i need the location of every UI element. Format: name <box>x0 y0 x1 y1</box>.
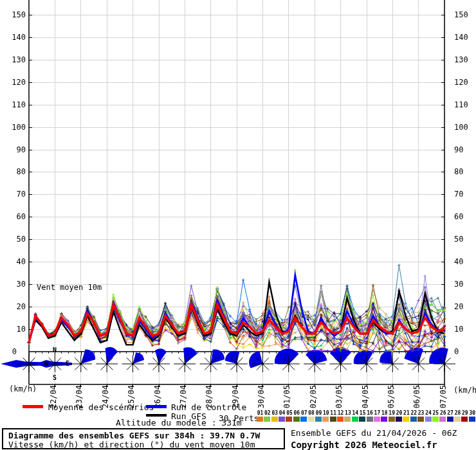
y-axis-label: 30 <box>0 280 26 289</box>
copyright-label: Copyright 2026 Meteociel.fr <box>291 440 437 450</box>
y-axis-label: 60 <box>454 213 476 221</box>
pert-color-swatch <box>367 417 373 422</box>
y-axis-label: 80 <box>454 168 476 176</box>
pert-color-swatch <box>417 417 424 422</box>
pert-color-swatch <box>271 417 278 422</box>
pert-color-swatch <box>352 417 358 422</box>
pert-number-label: 04 <box>279 410 286 416</box>
x-axis-date-label: 07/05 <box>439 385 448 408</box>
y-axis-label: 90 <box>0 146 26 154</box>
pert-color-swatch <box>389 417 395 422</box>
pert-number-label: 20 <box>396 410 403 416</box>
pert-color-swatch <box>396 417 402 422</box>
pert-color-swatch <box>447 417 453 422</box>
pert-number-label: 17 <box>373 410 381 416</box>
legend-label-mean: Moyenne des scénarios <box>48 403 154 412</box>
pert-color-swatch <box>293 417 300 422</box>
y-axis-label: 140 <box>0 33 26 42</box>
run-info-label: Ensemble GEFS du 21/04/2026 - 06Z <box>291 428 457 438</box>
x-axis-date-label: 30/04 <box>257 385 266 408</box>
pert-number-label: 12 <box>337 410 345 416</box>
y-axis-unit-left: (km/h) <box>9 384 37 393</box>
pert-number-label: 26 <box>439 410 447 416</box>
y-axis-label: 80 <box>0 168 26 176</box>
compass-west-label: W <box>44 361 48 367</box>
y-axis-label: 140 <box>454 33 476 42</box>
pert-color-swatch <box>454 417 461 422</box>
pert-number-label: 16 <box>366 410 374 416</box>
x-axis-date-label: 02/05 <box>309 385 318 408</box>
pert-color-swatch <box>432 417 439 422</box>
chart-title-line1: Diagramme des ensembles GEFS sur 384h : … <box>8 431 260 440</box>
pert-color-swatch <box>264 417 270 422</box>
pert-color-swatch <box>359 417 365 422</box>
y-axis-label: 150 <box>454 11 476 19</box>
compass-east-label: E <box>66 361 69 367</box>
x-axis-date-label: 03/05 <box>334 385 343 408</box>
chart-title-line2: Vitesse (km/h) et direction (°) du vent … <box>8 440 255 449</box>
legend-swatch-gfs <box>146 414 167 417</box>
y-axis-label: 130 <box>0 56 26 64</box>
pert-number-label: 29 <box>461 410 469 416</box>
compass-south-label: S <box>53 375 57 381</box>
y-axis-label: 100 <box>0 123 26 132</box>
y-axis-label: 70 <box>454 190 476 199</box>
y-axis-label: 10 <box>0 325 26 334</box>
pert-number-label: 10 <box>322 410 330 416</box>
legend-swatch-control <box>146 405 167 408</box>
pert-number-label: 28 <box>453 410 461 416</box>
pert-number-label: 15 <box>359 410 367 416</box>
pert-color-swatch <box>403 417 409 422</box>
pert-color-swatch <box>374 417 380 422</box>
pert-color-swatch <box>257 417 263 422</box>
pert-number-label: 07 <box>300 410 308 416</box>
pert-color-swatch <box>300 417 307 422</box>
pert-color-swatch <box>308 417 315 422</box>
y-axis-label: 150 <box>0 11 26 19</box>
pert-color-swatch <box>439 417 446 422</box>
y-axis-label: 90 <box>454 146 476 154</box>
y-axis-label: 50 <box>0 235 26 244</box>
pert-number-label: 06 <box>293 410 300 416</box>
legend-swatch-mean <box>23 405 43 408</box>
pert-number-label: 05 <box>286 410 293 416</box>
pert-color-swatch <box>469 417 475 422</box>
pert-number-label: 01 <box>257 410 264 416</box>
y-axis-label: 0 <box>0 348 17 356</box>
pert-number-label: 25 <box>432 410 439 416</box>
model-altitude-label: Altitude du modele : 331m <box>116 418 242 428</box>
pert-number-label: 27 <box>446 410 454 416</box>
pert-color-swatch <box>461 417 468 422</box>
pert-color-swatch <box>410 417 417 422</box>
y-axis-label: 30 <box>454 280 476 289</box>
y-axis-label: 120 <box>454 78 476 87</box>
pert-color-swatch <box>286 417 292 422</box>
y-axis-unit-right: (km/h) <box>453 386 476 395</box>
pert-number-label: 21 <box>403 410 410 416</box>
y-axis-label: 40 <box>454 258 476 266</box>
y-axis-label: 10 <box>454 325 476 334</box>
pert-number-label: 13 <box>344 410 352 416</box>
pert-color-swatch <box>425 417 432 422</box>
chart-inner-title: Vent moyen 10m <box>37 283 102 292</box>
pert-number-label: 09 <box>315 410 322 416</box>
pert-number-label: 08 <box>307 410 315 416</box>
ensemble-chart-canvas <box>0 0 476 411</box>
x-axis-date-label: 05/05 <box>387 385 396 408</box>
pert-number-label: 11 <box>329 410 337 416</box>
pert-color-swatch <box>330 417 336 422</box>
pert-number-label: 02 <box>264 410 271 416</box>
pert-number-label: 30 <box>468 410 476 416</box>
legend-label-control: Run de contrôle <box>171 403 246 412</box>
pert-number-label: 19 <box>388 410 396 416</box>
x-axis-date-label: 04/05 <box>361 385 370 408</box>
pert-number-label: 14 <box>351 410 359 416</box>
compass-north-label: N <box>53 347 57 354</box>
y-axis-label: 20 <box>0 303 26 311</box>
pert-number-label: 24 <box>425 410 432 416</box>
y-axis-label: 60 <box>0 213 26 221</box>
gefs-ensemble-meteogram: 0102030405060708090100110120130140150 01… <box>0 0 476 450</box>
pert-number-label: 23 <box>417 410 425 416</box>
pert-number-label: 22 <box>410 410 417 416</box>
y-axis-label: 40 <box>0 258 26 266</box>
